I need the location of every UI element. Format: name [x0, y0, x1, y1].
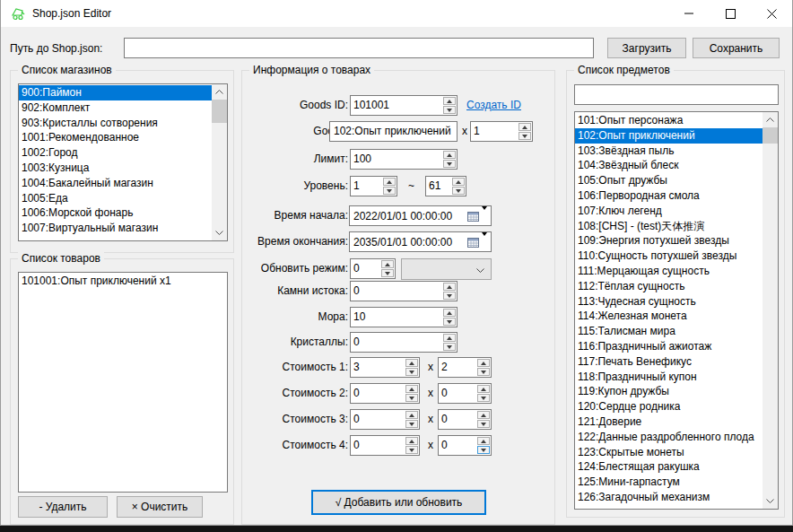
- arrow-down-icon[interactable]: [405, 368, 418, 376]
- list-item[interactable]: 1003:Кузница: [19, 161, 212, 176]
- minimize-button[interactable]: [668, 0, 710, 27]
- list-item[interactable]: 107:Ключ легенд: [575, 204, 762, 219]
- list-item[interactable]: 1006:Морской фонарь: [19, 205, 212, 221]
- arrow-up-icon[interactable]: [405, 359, 418, 367]
- cost1-item-spinner[interactable]: 3: [350, 357, 420, 378]
- list-item[interactable]: 111:Мерцающая сущность: [575, 264, 762, 279]
- arrow-down-icon[interactable]: [452, 187, 465, 195]
- list-item[interactable]: 1007:Виртуальный магазин: [19, 221, 212, 236]
- list-item[interactable]: 104:Звёздный блеск: [575, 158, 762, 173]
- list-item[interactable]: 1005:Еда: [19, 191, 212, 206]
- list-item[interactable]: 120:Сердце родника: [575, 399, 762, 414]
- shops-scroll-thumb[interactable]: [212, 100, 227, 123]
- goods-id-spinner[interactable]: 101001: [350, 95, 458, 116]
- list-item[interactable]: 122:Данные раздробленного плода: [575, 430, 762, 445]
- arrow-up-icon[interactable]: [381, 260, 394, 268]
- arrow-down-icon[interactable]: [443, 343, 456, 351]
- list-item[interactable]: 114:Железная монета: [575, 309, 762, 324]
- cost1-count-value[interactable]: 2: [439, 358, 476, 377]
- arrow-down-icon[interactable]: [518, 132, 531, 140]
- refresh-mode-spinner[interactable]: 0: [350, 258, 396, 279]
- list-item[interactable]: 121:Доверие: [575, 414, 762, 430]
- level-min-spinner[interactable]: 1: [350, 176, 397, 196]
- crystals-spinner[interactable]: 0: [350, 332, 458, 353]
- arrow-down-icon[interactable]: [443, 106, 456, 114]
- list-item[interactable]: 902:Комплект: [19, 100, 212, 116]
- clear-button[interactable]: × Очистить: [117, 496, 203, 518]
- arrow-down-icon[interactable]: [443, 318, 456, 326]
- cost2-item-value[interactable]: 0: [351, 384, 405, 403]
- load-button[interactable]: Загрузить: [607, 38, 686, 58]
- list-item[interactable]: 123:Скрытые монеты: [575, 445, 762, 460]
- list-item[interactable]: 118:Праздничный купон: [575, 370, 762, 385]
- arrow-up-icon[interactable]: [405, 437, 418, 445]
- arrow-down-icon[interactable]: [383, 187, 396, 195]
- chevron-up-icon[interactable]: [212, 84, 227, 100]
- cost4-count-value[interactable]: 0: [439, 436, 476, 455]
- list-item[interactable]: 124:Блестящая ракушка: [575, 459, 762, 475]
- crystals-value[interactable]: 0: [351, 333, 442, 352]
- arrow-up-icon[interactable]: [477, 359, 490, 367]
- cost4-item-value[interactable]: 0: [351, 436, 405, 455]
- cost4-count-spinner[interactable]: 0: [438, 435, 492, 456]
- items-scroll-thumb[interactable]: [762, 127, 778, 144]
- cost3-count-spinner[interactable]: 0: [438, 409, 492, 430]
- time-end-value[interactable]: 2035/01/01 00:00:00: [350, 236, 467, 249]
- list-item[interactable]: 110:Сущность потухшей звезды: [575, 249, 762, 264]
- arrow-down-icon[interactable]: [443, 160, 456, 168]
- primogems-value[interactable]: 0: [351, 282, 442, 301]
- arrow-up-icon[interactable]: [443, 283, 456, 291]
- list-item[interactable]: 119:Купон дружбы: [575, 384, 762, 399]
- arrow-up-icon[interactable]: [477, 385, 490, 393]
- arrow-down-icon[interactable]: [477, 446, 490, 454]
- list-item[interactable]: 117:Печать Венефикус: [575, 354, 762, 370]
- arrow-up-icon[interactable]: [518, 123, 531, 131]
- goods-name-field[interactable]: 102:Опыт приключений: [329, 121, 458, 142]
- list-item[interactable]: 101001:Опыт приключений x1: [19, 274, 227, 289]
- list-item[interactable]: 125:Мини-гарпастум: [575, 475, 762, 490]
- list-item[interactable]: 115:Талисман мира: [575, 324, 762, 339]
- chevron-up-icon[interactable]: [762, 112, 778, 127]
- refresh-mode-value[interactable]: 0: [351, 259, 380, 278]
- arrow-up-icon[interactable]: [477, 411, 490, 419]
- arrow-down-icon[interactable]: [405, 420, 418, 428]
- list-item[interactable]: 1004:Бакалейный магазин: [19, 176, 212, 191]
- refresh-mode-combo[interactable]: [401, 258, 492, 280]
- maximize-button[interactable]: [710, 0, 751, 27]
- arrow-up-icon[interactable]: [443, 309, 456, 317]
- create-id-link[interactable]: Создать ID: [466, 99, 521, 111]
- chevron-down-icon[interactable]: [762, 493, 778, 509]
- arrow-up-icon[interactable]: [477, 437, 490, 445]
- arrow-up-icon[interactable]: [443, 334, 456, 342]
- cost2-count-spinner[interactable]: 0: [438, 383, 492, 404]
- mora-spinner[interactable]: 10: [350, 307, 458, 327]
- primogems-spinner[interactable]: 0: [350, 281, 458, 301]
- cost3-count-value[interactable]: 0: [439, 410, 476, 429]
- dropdown-arrow-icon[interactable]: [482, 210, 487, 222]
- list-item[interactable]: 112:Тёплая сущность: [575, 279, 762, 294]
- dropdown-arrow-icon[interactable]: [482, 236, 487, 249]
- goods-id-value[interactable]: 101001: [351, 96, 442, 115]
- list-item[interactable]: 109:Энергия потухшей звезды: [575, 233, 762, 249]
- list-item[interactable]: 105:Опыт дружбы: [575, 173, 762, 188]
- cost1-item-value[interactable]: 3: [351, 358, 405, 377]
- list-item[interactable]: 103:Звёздная пыль: [575, 144, 762, 159]
- list-item[interactable]: 113:Чудесная сущность: [575, 294, 762, 310]
- close-button[interactable]: [751, 0, 792, 27]
- cost2-count-value[interactable]: 0: [439, 384, 476, 403]
- path-input[interactable]: [124, 38, 594, 58]
- arrow-down-icon[interactable]: [477, 368, 490, 376]
- cost4-item-spinner[interactable]: 0: [350, 435, 420, 456]
- arrow-up-icon[interactable]: [443, 151, 456, 159]
- cost3-item-spinner[interactable]: 0: [350, 409, 420, 430]
- add-or-update-button[interactable]: √ Добавить или обновить: [311, 490, 486, 515]
- arrow-down-icon[interactable]: [477, 420, 490, 428]
- list-item[interactable]: 108:[CHS] - (test)天体推演: [575, 219, 762, 234]
- list-item[interactable]: 1002:Город: [19, 145, 212, 161]
- level-max-spinner[interactable]: 61: [425, 176, 466, 196]
- list-item[interactable]: 116:Праздничный ажиотаж: [575, 339, 762, 354]
- arrow-down-icon[interactable]: [381, 269, 394, 277]
- cost1-count-spinner[interactable]: 2: [438, 357, 492, 378]
- arrow-up-icon[interactable]: [443, 97, 456, 105]
- shops-scrollbar[interactable]: [212, 84, 227, 240]
